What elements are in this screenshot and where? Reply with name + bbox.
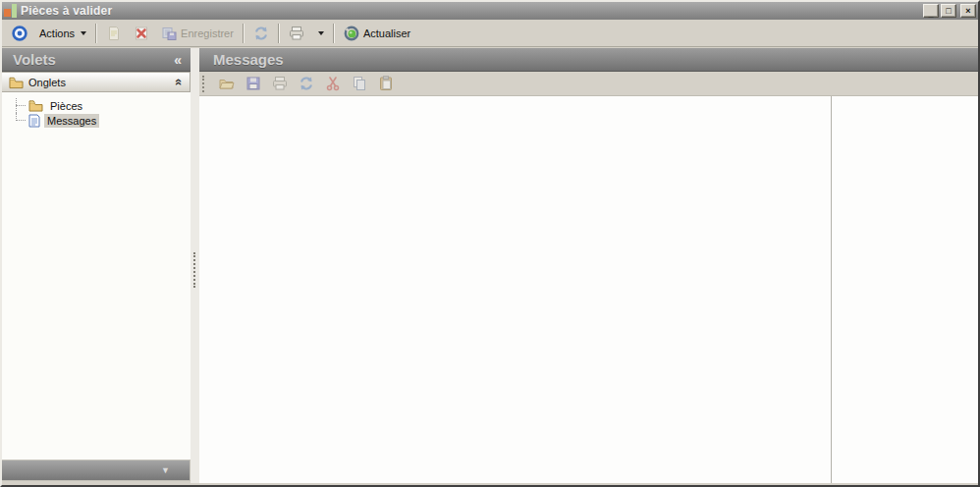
chevron-up-icon: « — [172, 79, 187, 85]
actualiser-label: Actualiser — [363, 27, 410, 39]
save-button[interactable] — [245, 75, 262, 92]
panel-splitter[interactable] — [191, 48, 199, 483]
sidebar-header: Volets « — [2, 48, 191, 72]
paste-icon — [378, 76, 394, 91]
tree-item-label: Pièces — [47, 99, 85, 113]
actions-label: Actions — [39, 27, 75, 39]
cut-button[interactable] — [324, 75, 342, 92]
print-icon — [272, 76, 288, 91]
toolbar-separator — [333, 24, 335, 43]
open-folder-icon — [219, 76, 235, 91]
new-document-icon — [106, 26, 122, 41]
sidebar-overflow-button[interactable]: ▼ — [161, 465, 170, 475]
tree-elbow — [16, 98, 27, 113]
refresh-icon — [253, 26, 269, 41]
save-icon — [245, 76, 261, 91]
sidebar-title: Volets — [13, 51, 56, 68]
minimize-button[interactable]: _ — [923, 4, 939, 18]
cut-icon — [325, 76, 341, 91]
chevron-left-icon: « — [174, 52, 182, 68]
save-button[interactable]: Enregistrer — [155, 23, 240, 44]
close-button[interactable]: × — [960, 4, 976, 18]
refresh-button[interactable] — [247, 23, 275, 44]
target-icon — [12, 26, 27, 41]
messages-content-area — [199, 95, 978, 483]
tree-item-label: Messages — [44, 114, 99, 128]
delete-icon — [134, 26, 149, 41]
refresh-icon — [299, 76, 314, 91]
tree-elbow — [16, 113, 27, 128]
main-panel-header: Messages — [199, 48, 978, 72]
chevron-down-icon — [81, 31, 86, 35]
minimize-icon: _ — [928, 10, 933, 19]
window-controls: _ □ × — [923, 4, 976, 18]
maximize-button[interactable]: □ — [941, 4, 956, 18]
save-icon — [161, 26, 177, 41]
main-toolbar: Actions Enregistrer — [2, 20, 978, 47]
tree-item-messages[interactable]: Messages — [2, 113, 191, 128]
print-button[interactable] — [283, 23, 310, 44]
toolbar-separator — [243, 24, 245, 43]
app-window: Pièces à valider _ □ × Actions — [0, 0, 980, 487]
sidebar-tree: Pièces Messages — [2, 92, 191, 460]
folder-icon — [9, 76, 24, 89]
messages-toolbar — [199, 72, 978, 95]
splitter-grip-icon — [193, 252, 195, 288]
options-button[interactable] — [6, 23, 33, 44]
content-divider — [831, 96, 832, 483]
copy-icon — [352, 76, 367, 91]
maximize-icon: □ — [946, 7, 951, 16]
toolbar-separator — [95, 24, 97, 43]
window-title: Pièces à valider — [21, 4, 112, 18]
tree-item-pieces[interactable]: Pièces — [2, 98, 191, 113]
main-panel-title: Messages — [213, 51, 284, 68]
sidebar-collapse-button[interactable]: « — [174, 53, 182, 67]
open-folder-button[interactable] — [218, 75, 236, 92]
new-document-button[interactable] — [100, 23, 128, 44]
refresh-button[interactable] — [298, 75, 315, 92]
paste-button[interactable] — [377, 75, 395, 92]
folder-icon — [28, 99, 43, 112]
delete-button[interactable] — [128, 23, 155, 44]
title-bar: Pièces à valider _ □ × — [2, 2, 978, 20]
copy-button[interactable] — [351, 75, 368, 92]
chevron-down-icon: ▼ — [161, 465, 170, 475]
actualiser-button[interactable]: Actualiser — [338, 23, 416, 44]
toolbar-grip-icon — [202, 76, 204, 92]
app-icon — [4, 4, 17, 18]
refresh-orb-icon — [344, 26, 359, 41]
close-icon: × — [965, 7, 970, 16]
sidebar-section-onglets[interactable]: Onglets « — [2, 72, 191, 92]
section-collapse-button[interactable]: « — [173, 79, 186, 85]
print-button[interactable] — [271, 75, 289, 92]
print-dropdown-button[interactable] — [310, 28, 330, 38]
save-label: Enregistrer — [181, 27, 234, 39]
chevron-down-icon — [318, 31, 324, 35]
actions-button[interactable]: Actions — [33, 25, 92, 42]
toolbar-separator — [278, 24, 280, 43]
section-label: Onglets — [28, 77, 66, 88]
print-icon — [289, 26, 304, 41]
document-icon — [28, 114, 40, 128]
sidebar-bottom-bar: ▼ — [2, 460, 191, 481]
